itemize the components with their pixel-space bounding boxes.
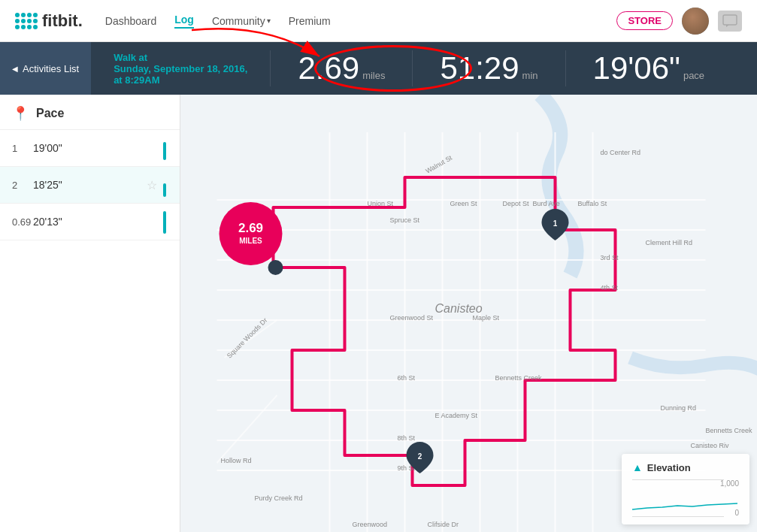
svg-text:Purdy Creek Rd: Purdy Creek Rd [255, 494, 303, 502]
avatar-image [682, 8, 709, 35]
svg-text:Union St: Union St [368, 200, 394, 207]
svg-text:Green St: Green St [450, 200, 478, 207]
activities-list-label: Activities List [23, 63, 79, 74]
svg-text:do Center Rd: do Center Rd [601, 149, 641, 156]
map-background: Walnut St Union St Spruce St Green St De… [180, 95, 757, 532]
distance-unit: miles [362, 70, 385, 81]
activity-time: at 8:29AM [114, 74, 159, 86]
svg-text:Greenwood: Greenwood [353, 521, 388, 528]
nav-links: Dashboard Log Community ▾ Premium [105, 14, 617, 29]
svg-text:Clement Hill Rd: Clement Hill Rd [646, 239, 693, 246]
duration-unit: min [522, 70, 538, 81]
duration-stat: 51:29 min [412, 50, 565, 86]
left-panel: 📍 Pace 1 19'00" 2 18'25" ☆ [0, 95, 180, 532]
svg-text:2: 2 [418, 452, 422, 461]
chat-icon[interactable] [718, 11, 742, 32]
activities-list-button[interactable]: ◀ Activities List [0, 42, 91, 95]
pace-stat: 19'06" pace [565, 50, 732, 86]
elevation-chart-icon: ▲ [632, 461, 643, 473]
navbar: fitbit. Dashboard Log Community ▾ Premiu… [0, 0, 757, 42]
svg-text:2.69: 2.69 [238, 221, 263, 235]
svg-text:E Academy St: E Academy St [435, 412, 478, 419]
pace-title: Pace [36, 107, 64, 120]
svg-text:Depot St: Depot St [503, 200, 530, 207]
pace-row: 1 19'00" [0, 130, 180, 167]
pace-bar [163, 173, 168, 197]
pace-row-value: 19'00" [33, 142, 157, 154]
elevation-1000-line [632, 479, 724, 480]
activity-date: Sunday, September 18, 2016, [114, 63, 247, 74]
svg-text:Clifside Dr: Clifside Dr [428, 521, 459, 528]
map-area[interactable]: Walnut St Union St Spruce St Green St De… [180, 95, 757, 532]
logo[interactable]: fitbit. [15, 11, 83, 31]
pace-row: 2 18'25" ☆ [0, 167, 180, 204]
svg-text:Bennetts Creek: Bennetts Creek [495, 374, 543, 382]
svg-text:3rd St: 3rd St [601, 254, 619, 261]
pace-row-value: 18'25" [33, 179, 141, 191]
svg-rect-0 [723, 15, 737, 25]
nav-community[interactable]: Community ▾ [212, 15, 271, 27]
pace-value: 19'06" [593, 50, 680, 86]
svg-text:6th St: 6th St [398, 374, 416, 382]
duration-value: 51:29 [440, 50, 519, 86]
elevation-0-line [632, 516, 724, 517]
elevation-chart: 1,000 0 [632, 479, 739, 517]
svg-text:MILES: MILES [239, 237, 262, 245]
stats-bar: ◀ Activities List Walk at Sunday, Septem… [0, 42, 757, 95]
pace-bar [163, 136, 168, 160]
svg-text:Burd Ave: Burd Ave [533, 200, 560, 207]
chevron-down-icon: ▾ [267, 17, 271, 25]
svg-text:Maple St: Maple St [473, 314, 500, 322]
store-button[interactable]: STORE [616, 11, 673, 30]
distance-value: 2.69 [298, 50, 359, 86]
logo-text: fitbit. [42, 11, 83, 31]
pace-row-num: 2 [12, 180, 27, 191]
svg-text:1: 1 [553, 219, 558, 228]
logo-dots-icon [15, 13, 38, 29]
avatar[interactable] [682, 8, 709, 35]
location-icon: 📍 [12, 105, 29, 122]
svg-text:Canisteo: Canisteo [435, 302, 483, 315]
svg-text:Greenwood St: Greenwood St [390, 314, 434, 322]
nav-right: STORE [616, 8, 742, 35]
elevation-title: Elevation [647, 462, 691, 473]
svg-text:Hollow Rd: Hollow Rd [221, 457, 252, 464]
svg-text:Bennetts Creek: Bennetts Creek [706, 427, 753, 434]
svg-text:8th St: 8th St [398, 434, 416, 442]
svg-text:Dunning Rd: Dunning Rd [661, 404, 697, 412]
nav-community-label: Community [212, 15, 265, 27]
chevron-left-icon: ◀ [12, 65, 18, 73]
elevation-panel: ▲ Elevation 1,000 0 [622, 454, 749, 524]
pace-row-num: 0.69 [12, 216, 27, 228]
svg-text:4th St: 4th St [601, 284, 619, 292]
pace-row-value: 20'13" [33, 216, 157, 228]
pace-unit: pace [683, 70, 704, 81]
pace-row: 0.69 20'13" [0, 204, 180, 240]
svg-text:Canisteo Riv: Canisteo Riv [691, 442, 730, 449]
main-content: 📍 Pace 1 19'00" 2 18'25" ☆ [0, 95, 757, 532]
pace-table: 1 19'00" 2 18'25" ☆ 0.69 20'13" [0, 130, 180, 240]
elevation-header: ▲ Elevation [632, 461, 739, 473]
svg-text:Buffalo St: Buffalo St [578, 200, 607, 207]
activity-info: Walk at Sunday, September 18, 2016, at 8… [91, 52, 270, 86]
distance-stat: 2.69 miles [270, 50, 412, 86]
pace-row-num: 1 [12, 143, 27, 154]
nav-premium[interactable]: Premium [289, 15, 331, 27]
nav-dashboard[interactable]: Dashboard [105, 15, 157, 27]
nav-log[interactable]: Log [174, 14, 194, 29]
svg-text:Spruce St: Spruce St [390, 216, 420, 224]
star-icon[interactable]: ☆ [147, 178, 157, 192]
pace-bar [163, 210, 168, 234]
pace-header: 📍 Pace [0, 95, 180, 130]
elevation-0-label: 0 [734, 509, 739, 517]
svg-point-52 [268, 260, 283, 275]
